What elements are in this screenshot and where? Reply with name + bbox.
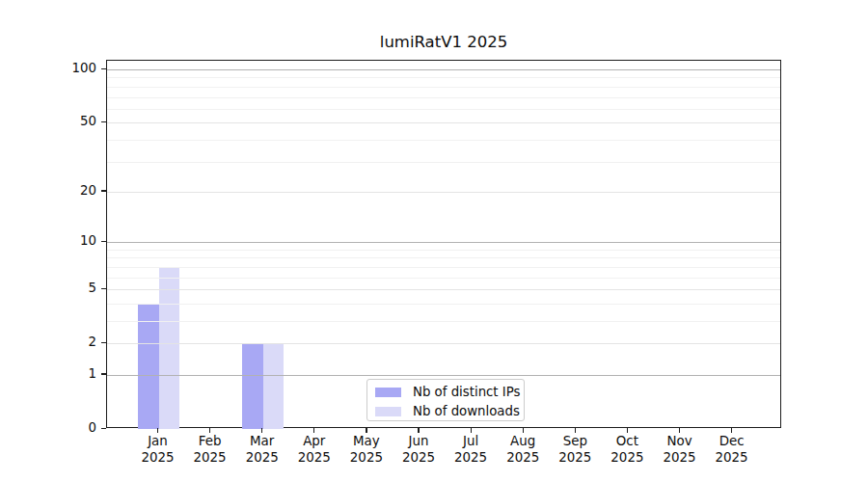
y-axis-tick-label: 10 [41,233,96,249]
legend: Nb of distinct IPsNb of downloads [366,379,525,421]
major-gridline [107,69,780,70]
y-tick-mark [101,373,106,374]
minor-gridline [107,97,780,98]
major-gridline [107,192,780,193]
minor-gridline [107,321,780,322]
x-tick-mark [679,428,680,433]
x-tick-mark [731,428,732,433]
x-axis-tick-label: Dec2025 [701,434,763,466]
major-gridline [107,343,780,344]
y-tick-mark [101,428,106,429]
x-tick-mark [157,428,158,433]
y-axis-tick-label: 2 [41,335,96,350]
y-tick-mark [101,121,106,122]
bar-distinct-ips [242,343,263,429]
major-gridline [107,375,780,376]
y-tick-mark [101,288,106,289]
major-gridline [107,122,780,123]
bar-distinct-ips [138,304,159,429]
y-tick-mark [101,342,106,343]
y-axis-tick-label: 20 [41,183,96,199]
minor-gridline [107,267,780,268]
y-tick-mark [101,68,106,69]
legend-item: Nb of downloads [367,402,524,421]
legend-item: Nb of distinct IPs [367,383,524,402]
major-gridline [107,242,780,243]
minor-gridline [107,250,780,251]
y-axis-tick-label: 100 [41,61,96,76]
legend-label: Nb of distinct IPs [413,383,520,402]
y-axis-tick-label: 1 [41,366,96,382]
minor-gridline [107,87,780,88]
chart-title: lumiRatV1 2025 [106,33,781,52]
minor-gridline [107,304,780,305]
chart-figure: lumiRatV1 2025 Nb of distinct IPsNb of d… [0,0,868,482]
legend-swatch-downloads [375,407,401,416]
x-tick-mark [471,428,472,433]
legend-swatch-distinct-ips [375,388,401,397]
minor-gridline [107,77,780,78]
x-tick-mark [313,428,314,433]
bar-downloads [159,267,180,429]
y-axis-tick-label: 50 [41,114,96,129]
plot-area: Nb of distinct IPsNb of downloads [106,60,781,428]
minor-gridline [107,162,780,163]
minor-gridline [107,257,780,258]
x-axis-tick-label-line: 2025 [701,450,763,467]
y-tick-mark [101,241,106,242]
minor-gridline [107,140,780,141]
y-tick-mark [101,190,106,191]
x-tick-mark [209,428,210,433]
x-tick-mark [261,428,262,433]
legend-label: Nb of downloads [413,402,520,421]
minor-gridline [107,278,780,279]
x-tick-mark [366,428,366,433]
x-tick-mark [575,428,576,433]
y-axis-tick-label: 5 [41,281,96,296]
x-axis-tick-label-line: Dec [701,434,763,450]
minor-gridline [107,109,780,110]
major-gridline [107,289,780,290]
x-tick-mark [418,428,419,433]
x-tick-mark [627,428,628,433]
bar-downloads [263,343,285,429]
x-tick-mark [523,428,524,433]
y-axis-tick-label: 0 [41,420,96,436]
